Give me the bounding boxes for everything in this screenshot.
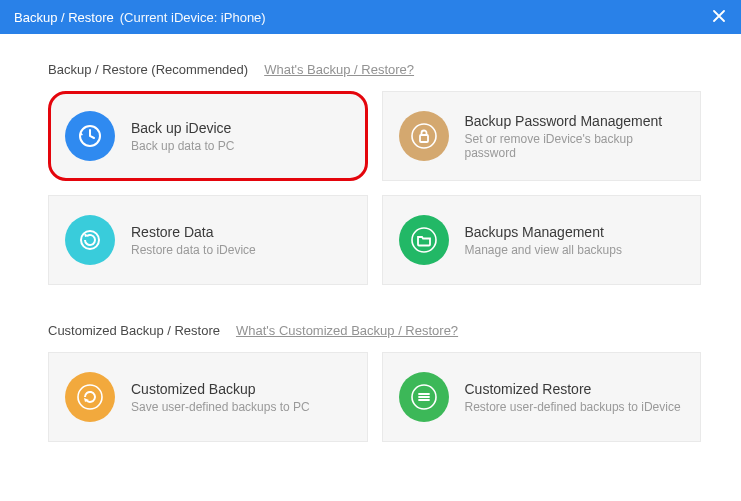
card-title: Back up iDevice (131, 120, 234, 136)
card-title: Restore Data (131, 224, 256, 240)
backups-management-card[interactable]: Backups Management Manage and view all b… (382, 195, 702, 285)
svg-rect-2 (420, 135, 428, 142)
close-button[interactable] (697, 0, 741, 34)
svg-point-5 (78, 385, 102, 409)
card-title: Customized Restore (465, 381, 681, 397)
card-title: Customized Backup (131, 381, 310, 397)
titlebar: Backup / Restore (Current iDevice: iPhon… (0, 0, 741, 34)
current-device: (Current iDevice: iPhone) (120, 10, 266, 25)
customized-grid: Customized Backup Save user-defined back… (48, 352, 701, 442)
card-subtitle: Manage and view all backups (465, 243, 622, 257)
restore-arrow-icon (65, 215, 115, 265)
whats-backup-restore-link[interactable]: What's Backup / Restore? (264, 62, 414, 77)
restore-data-card[interactable]: Restore Data Restore data to iDevice (48, 195, 368, 285)
customized-restore-card[interactable]: Customized Restore Restore user-defined … (382, 352, 702, 442)
close-icon (713, 10, 725, 25)
card-title: Backups Management (465, 224, 622, 240)
section-label: Customized Backup / Restore (48, 323, 220, 338)
card-subtitle: Restore user-defined backups to iDevice (465, 400, 681, 414)
recommended-grid: Back up iDevice Back up data to PC Backu… (48, 91, 701, 285)
content-area: Backup / Restore (Recommended) What's Ba… (0, 34, 741, 500)
card-subtitle: Back up data to PC (131, 139, 234, 153)
card-subtitle: Save user-defined backups to PC (131, 400, 310, 414)
recommended-section-header: Backup / Restore (Recommended) What's Ba… (48, 62, 701, 77)
list-icon (399, 372, 449, 422)
whats-customized-link[interactable]: What's Customized Backup / Restore? (236, 323, 458, 338)
title-text: Backup / Restore (14, 10, 114, 25)
lock-icon (399, 111, 449, 161)
card-title: Backup Password Management (465, 113, 685, 129)
backup-idevice-card[interactable]: Back up iDevice Back up data to PC (48, 91, 368, 181)
card-subtitle: Set or remove iDevice's backup password (465, 132, 685, 160)
section-label: Backup / Restore (Recommended) (48, 62, 248, 77)
svg-point-4 (412, 228, 436, 252)
customized-backup-card[interactable]: Customized Backup Save user-defined back… (48, 352, 368, 442)
cycle-arrow-icon (65, 372, 115, 422)
card-subtitle: Restore data to iDevice (131, 243, 256, 257)
clock-back-icon (65, 111, 115, 161)
customized-section-header: Customized Backup / Restore What's Custo… (48, 323, 701, 338)
svg-point-1 (412, 124, 436, 148)
folder-icon (399, 215, 449, 265)
svg-point-3 (81, 231, 99, 249)
backup-password-card[interactable]: Backup Password Management Set or remove… (382, 91, 702, 181)
